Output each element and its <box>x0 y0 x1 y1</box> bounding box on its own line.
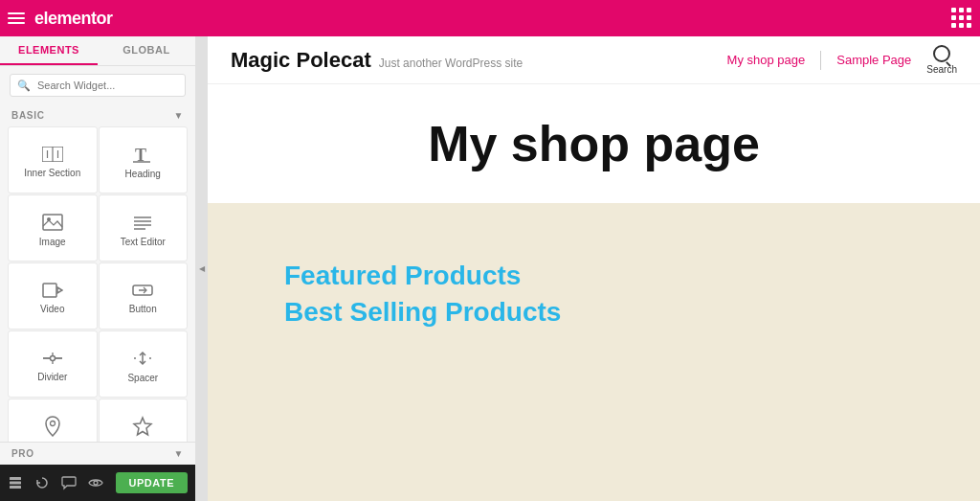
section-basic-label: BASIC <box>11 110 45 121</box>
chat-icon[interactable] <box>61 475 77 490</box>
svg-point-28 <box>94 481 98 485</box>
divider-icon <box>42 351 63 366</box>
inner-section-icon <box>42 147 63 162</box>
shop-section: Featured Products Best Selling Products <box>208 203 980 501</box>
apps-grid-button[interactable] <box>951 8 972 29</box>
update-button[interactable]: UPDATE <box>116 472 188 493</box>
search-button[interactable]: Search <box>926 45 957 75</box>
widget-text-editor[interactable]: Text Editor <box>99 194 189 262</box>
chevron-down-icon-pro: ▼ <box>173 448 184 459</box>
widget-spacer-label: Spacer <box>127 373 158 383</box>
page-title: My shop page <box>428 115 760 172</box>
bottom-icons-group <box>8 475 103 490</box>
svg-marker-13 <box>57 287 62 293</box>
section-basic-header[interactable]: BASIC ▼ <box>0 104 195 126</box>
page-hero: My shop page <box>208 84 980 203</box>
widget-image[interactable]: Image <box>8 194 98 262</box>
icon-icon <box>132 416 153 437</box>
widgets-grid: Inner Section T Heading <box>0 126 195 442</box>
widget-icon[interactable]: Icon <box>99 399 189 442</box>
image-icon <box>42 214 63 231</box>
history-icon[interactable] <box>34 475 50 490</box>
svg-rect-25 <box>10 477 21 480</box>
svg-point-17 <box>50 355 55 360</box>
widget-text-editor-label: Text Editor <box>121 237 166 247</box>
svg-marker-24 <box>134 418 151 435</box>
tab-elements[interactable]: ELEMENTS <box>0 36 98 65</box>
widget-image-label: Image <box>39 237 66 247</box>
widget-inner-section-label: Inner Section <box>24 168 80 178</box>
eye-icon[interactable] <box>88 476 103 490</box>
elementor-logo: elementor <box>34 9 113 29</box>
main-layout: ELEMENTS GLOBAL 🔍 BASIC ▼ <box>0 36 980 501</box>
elementor-topbar: elementor <box>0 0 980 36</box>
spacer-icon <box>132 350 153 367</box>
widget-inner-section[interactable]: Inner Section <box>8 126 98 194</box>
widget-heading-label: Heading <box>125 169 161 179</box>
section-pro-header[interactable]: PRO ▼ <box>0 442 195 465</box>
video-icon <box>42 283 63 298</box>
widget-button-label: Button <box>129 304 157 314</box>
site-brand: Magic Polecat Just another WordPress sit… <box>231 48 523 73</box>
svg-rect-26 <box>10 482 21 485</box>
featured-products-link[interactable]: Featured Products <box>284 261 903 291</box>
nav-sample-link[interactable]: Sample Page <box>836 53 911 67</box>
bestselling-products-link[interactable]: Best Selling Products <box>284 297 903 328</box>
search-icon <box>933 45 950 62</box>
svg-rect-12 <box>43 284 56 297</box>
sidebar-tabs: ELEMENTS GLOBAL <box>0 36 195 66</box>
widget-video[interactable]: Video <box>8 262 98 330</box>
google-maps-icon <box>44 416 61 437</box>
nav-shop-link[interactable]: My shop page <box>727 53 806 67</box>
site-tagline: Just another WordPress site <box>379 57 523 70</box>
search-icon: 🔍 <box>17 80 31 92</box>
section-pro-label: PRO <box>11 448 34 459</box>
text-editor-icon <box>132 214 153 231</box>
search-label: Search <box>926 64 957 75</box>
widget-button[interactable]: Button <box>99 262 189 330</box>
hamburger-menu[interactable] <box>8 12 25 24</box>
svg-text:T: T <box>135 146 146 163</box>
widget-divider-label: Divider <box>37 372 67 382</box>
widget-spacer[interactable]: Spacer <box>99 330 189 398</box>
tab-global[interactable]: GLOBAL <box>98 36 195 65</box>
preview-area: Magic Polecat Just another WordPress sit… <box>208 36 980 501</box>
collapse-sidebar-handle[interactable] <box>196 36 208 501</box>
widget-video-label: Video <box>40 304 64 314</box>
widget-search-container: 🔍 <box>0 66 195 104</box>
widget-heading[interactable]: T Heading <box>99 126 189 194</box>
sidebar-bottom-bar: UPDATE <box>0 465 195 501</box>
nav-divider <box>820 51 821 70</box>
svg-rect-27 <box>10 486 21 489</box>
svg-rect-6 <box>43 215 62 230</box>
search-input[interactable] <box>10 74 186 97</box>
heading-icon: T <box>133 146 152 163</box>
widget-divider[interactable]: Divider <box>8 330 98 398</box>
svg-point-23 <box>50 421 55 425</box>
site-nav: My shop page Sample Page Search <box>727 45 957 75</box>
chevron-down-icon: ▼ <box>173 110 184 121</box>
site-name: Magic Polecat <box>231 48 371 73</box>
layers-icon[interactable] <box>8 475 23 490</box>
elementor-sidebar: ELEMENTS GLOBAL 🔍 BASIC ▼ <box>0 36 196 501</box>
site-header: Magic Polecat Just another WordPress sit… <box>208 36 980 84</box>
widget-google-maps[interactable]: Google Maps <box>8 399 98 442</box>
button-icon <box>132 283 153 298</box>
